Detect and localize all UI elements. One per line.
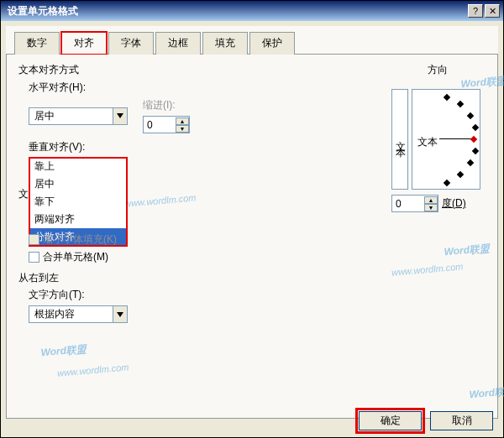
watermark-url: www.wordlm.com (124, 192, 197, 208)
tab-number[interactable]: 数字 (14, 32, 60, 55)
text-direction-label: 文字方向(T): (29, 288, 128, 302)
checkbox-icon (29, 234, 39, 245)
rtl-heading: 从右到左 (18, 271, 59, 285)
tab-protection[interactable]: 保护 (249, 32, 295, 55)
h-align-value: 居中 (29, 109, 113, 123)
spinner-up[interactable]: ▲ (424, 196, 438, 204)
merge-cells-checkbox[interactable]: 合并单元格(M) (29, 250, 117, 264)
chevron-down-icon[interactable] (113, 108, 127, 124)
text-control-heading: 文 (18, 187, 29, 201)
vertical-text-button[interactable]: 文本 (391, 89, 408, 190)
titlebar: 设置单元格格式 ? ✕ (1, 1, 503, 21)
tab-alignment[interactable]: 对齐 (61, 32, 107, 55)
indent-label: 缩进(I): (143, 98, 190, 112)
alignment-panel: Word联盟 www.wordlm.com Word联盟 www.wordlm.… (6, 55, 498, 419)
option-bottom[interactable]: 靠下 (29, 193, 127, 211)
checkbox-icon[interactable] (29, 252, 39, 263)
shrink-to-fit-checkbox: 缩小字体填充(K) (29, 232, 117, 247)
indent-spinner[interactable]: 0 ▲▼ (143, 116, 190, 133)
spinner-up[interactable]: ▲ (176, 117, 189, 125)
option-center[interactable]: 居中 (29, 175, 127, 193)
text-direction-dropdown[interactable]: 根据内容 (29, 305, 128, 323)
tab-border[interactable]: 边框 (155, 32, 201, 55)
window-title: 设置单元格格式 (4, 4, 78, 18)
watermark: Word联盟 (467, 372, 504, 404)
tab-fill[interactable]: 填充 (202, 32, 248, 55)
watermark-url: www.wordlm.com (57, 362, 129, 378)
option-top[interactable]: 靠上 (29, 158, 127, 175)
format-cells-dialog: 设置单元格格式 ? ✕ 数字 对齐 字体 边框 填充 保护 Word联盟 www… (0, 0, 504, 438)
titlebar-buttons: ? ✕ (468, 4, 500, 18)
ok-button[interactable]: 确定 (359, 411, 422, 430)
spinner-down[interactable]: ▼ (424, 204, 438, 211)
text-direction-value: 根据内容 (29, 307, 113, 321)
orientation-arc[interactable]: 文本 (412, 89, 480, 190)
degree-value: 0 (392, 198, 424, 210)
option-justify[interactable]: 两端对齐 (29, 211, 127, 228)
help-button[interactable]: ? (468, 4, 483, 18)
chevron-down-icon[interactable] (113, 306, 127, 322)
orientation-line (439, 138, 471, 139)
shrink-label: 缩小字体填充(K) (43, 232, 117, 247)
degree-label: 度(D) (442, 196, 466, 211)
degree-spinner[interactable]: 0 ▲▼ (391, 195, 438, 212)
indent-value: 0 (144, 119, 176, 131)
orientation-label: 方向 (391, 63, 484, 77)
orientation-handle[interactable] (470, 136, 477, 143)
orientation-group: 方向 文本 文本 0 (391, 63, 484, 212)
close-button[interactable]: ✕ (485, 4, 500, 18)
cancel-button[interactable]: 取消 (430, 411, 493, 430)
merge-label: 合并单元格(M) (43, 250, 108, 264)
h-align-dropdown[interactable]: 居中 (29, 107, 128, 125)
watermark: Word联盟 (442, 229, 490, 262)
tab-font[interactable]: 字体 (108, 32, 154, 55)
arc-text: 文本 (417, 135, 438, 149)
watermark: Word联盟 (39, 330, 87, 362)
dialog-buttons: 确定 取消 (359, 411, 493, 430)
tabs: 数字 对齐 字体 边框 填充 保护 (6, 26, 498, 55)
spinner-down[interactable]: ▼ (176, 125, 189, 133)
watermark-url: www.wordlm.com (391, 261, 464, 277)
